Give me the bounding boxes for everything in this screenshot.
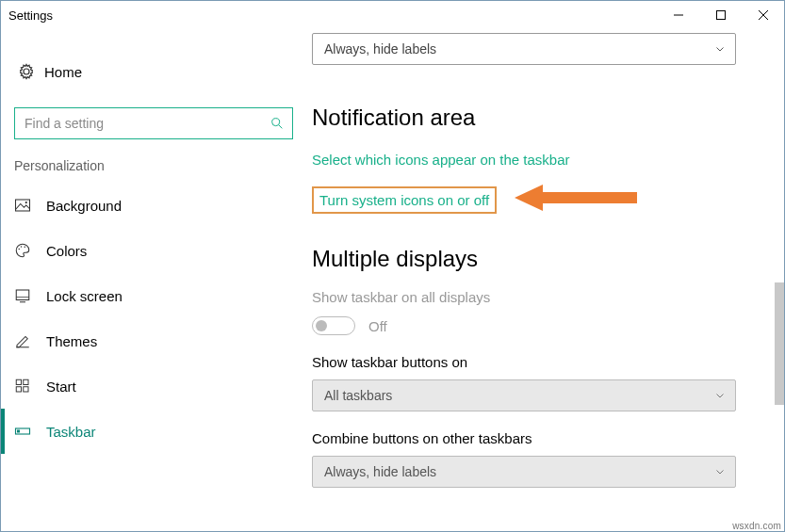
sidebar-item-background[interactable]: Background [1, 183, 312, 228]
svg-point-9 [21, 246, 23, 248]
combine-other-dropdown[interactable]: Always, hide labels [312, 456, 736, 488]
sidebar-item-label: Lock screen [46, 288, 123, 304]
select-icons-link[interactable]: Select which icons appear on the taskbar [312, 152, 570, 168]
scrollbar-thumb[interactable] [775, 282, 784, 405]
content: Home Find a setting Personalization Back… [1, 29, 784, 531]
close-button[interactable] [742, 1, 784, 29]
svg-point-7 [25, 202, 27, 203]
sidebar-item-start[interactable]: Start [1, 363, 312, 409]
svg-point-4 [272, 119, 280, 126]
gear-icon [18, 63, 44, 80]
titlebar: Settings [1, 1, 784, 29]
sidebar: Home Find a setting Personalization Back… [1, 29, 312, 531]
system-icons-link-highlight: Turn system icons on or off [312, 186, 497, 214]
show-all-displays-toggle [312, 316, 355, 335]
main-panel: Always, hide labels Notification area Se… [312, 29, 784, 531]
chevron-down-icon [714, 466, 726, 477]
picture-icon [14, 197, 46, 214]
svg-rect-16 [24, 379, 28, 384]
show-all-displays-value: Off [368, 318, 387, 334]
svg-rect-20 [17, 430, 20, 433]
chevron-down-icon [714, 390, 726, 401]
multiple-displays-heading: Multiple displays [312, 246, 765, 272]
sidebar-item-label: Background [46, 198, 122, 214]
svg-line-5 [279, 125, 282, 128]
svg-rect-15 [16, 379, 21, 384]
svg-marker-21 [515, 185, 637, 211]
combine-taskbar-dropdown-top[interactable]: Always, hide labels [312, 33, 736, 65]
sidebar-item-label: Taskbar [46, 424, 96, 440]
svg-rect-6 [16, 200, 30, 211]
window-title: Settings [8, 8, 53, 23]
svg-point-10 [25, 247, 26, 249]
sidebar-item-taskbar[interactable]: Taskbar [1, 409, 312, 454]
system-icons-link[interactable]: Turn system icons on or off [319, 192, 489, 208]
dropdown-value: Always, hide labels [324, 464, 714, 479]
sidebar-item-label: Themes [46, 333, 97, 349]
search-icon [270, 116, 285, 131]
sidebar-item-label: Colors [46, 243, 87, 259]
dropdown-value: Always, hide labels [324, 41, 714, 56]
show-buttons-dropdown[interactable]: All taskbars [312, 379, 736, 411]
chevron-down-icon [714, 43, 726, 55]
combine-other-label: Combine buttons on other taskbars [312, 430, 765, 446]
start-icon [14, 378, 46, 395]
dropdown-value: All taskbars [324, 388, 714, 403]
annotation-arrow-icon [515, 181, 651, 215]
sidebar-item-label: Start [46, 379, 76, 395]
search-input[interactable]: Find a setting [14, 107, 293, 139]
maximize-button[interactable] [699, 1, 742, 29]
svg-rect-18 [24, 387, 28, 392]
themes-icon [14, 332, 46, 349]
category-label: Personalization [1, 158, 312, 173]
maximize-icon [716, 10, 726, 20]
minimize-icon [674, 10, 683, 20]
svg-rect-11 [16, 290, 29, 300]
svg-point-8 [19, 249, 21, 250]
search-placeholder: Find a setting [25, 116, 270, 131]
home-label: Home [44, 64, 82, 80]
settings-window: Settings Home Find a setting [0, 0, 785, 532]
taskbar-icon [14, 423, 46, 440]
palette-icon [14, 242, 46, 259]
watermark: wsxdn.com [732, 521, 781, 531]
close-icon [759, 10, 768, 20]
sidebar-item-lockscreen[interactable]: Lock screen [1, 273, 312, 318]
notification-area-heading: Notification area [312, 105, 765, 131]
lock-screen-icon [14, 287, 46, 304]
show-buttons-on-label: Show taskbar buttons on [312, 354, 765, 370]
svg-rect-1 [716, 11, 725, 20]
home-nav[interactable]: Home [1, 53, 312, 90]
sidebar-item-colors[interactable]: Colors [1, 228, 312, 273]
svg-rect-17 [16, 387, 21, 392]
sidebar-item-themes[interactable]: Themes [1, 318, 312, 363]
minimize-button[interactable] [657, 1, 699, 29]
show-all-displays-label: Show taskbar on all displays [312, 289, 765, 305]
